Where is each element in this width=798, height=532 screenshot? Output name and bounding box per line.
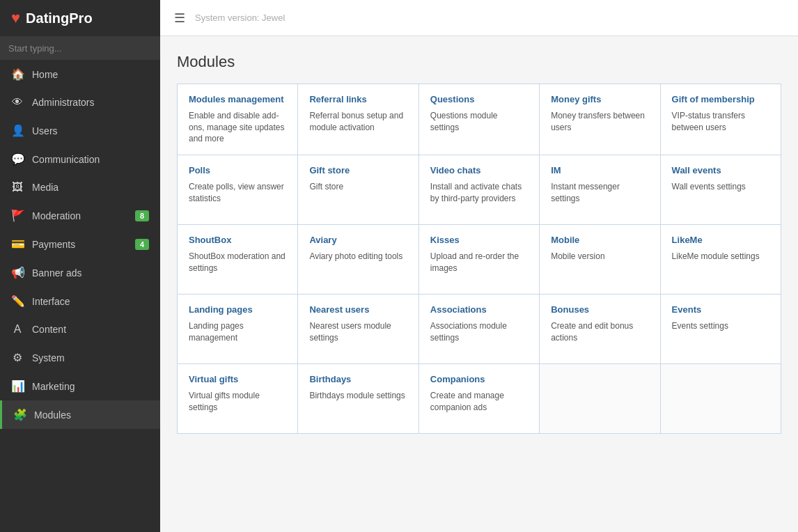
topbar: ☰ System version: Jewel — [160, 0, 798, 36]
sidebar-nav: 🏠Home👁Administrators👤Users💬Communication… — [0, 60, 160, 532]
module-card-events[interactable]: EventsEvents settings — [661, 295, 781, 364]
module-desc-shoutbox: ShoutBox moderation and settings — [189, 251, 286, 274]
sidebar-label-banner-ads: Banner ads — [32, 267, 82, 279]
module-name-referral-links: Referral links — [309, 94, 407, 106]
sidebar-item-users[interactable]: 👤Users — [0, 116, 160, 145]
module-card-likeme[interactable]: LikeMeLikeMe module settings — [661, 225, 781, 295]
module-card-companions[interactable]: CompanionsCreate and manage companion ad… — [419, 364, 540, 434]
module-name-im: IM — [551, 165, 648, 177]
module-card-im[interactable]: IMInstant messenger settings — [540, 155, 660, 225]
moderation-icon: 🚩 — [11, 209, 24, 222]
sidebar-label-system: System — [32, 352, 65, 363]
sidebar-label-home: Home — [32, 69, 58, 80]
modules-icon: 🧩 — [13, 408, 26, 421]
module-name-virtual-gifts: Virtual gifts — [189, 374, 286, 386]
module-name-mobile: Mobile — [551, 235, 648, 247]
badge-moderation: 8 — [135, 210, 149, 221]
module-card-associations[interactable]: AssociationsAssociations module settings — [419, 295, 540, 364]
module-name-video-chats: Video chats — [430, 165, 528, 177]
module-name-events: Events — [672, 304, 769, 316]
banner-ads-icon: 📢 — [11, 266, 24, 279]
module-card-wall-events[interactable]: Wall eventsWall events settings — [661, 155, 781, 225]
sidebar-item-home[interactable]: 🏠Home — [0, 60, 160, 88]
module-name-kisses: Kisses — [430, 235, 528, 247]
module-name-wall-events: Wall events — [672, 165, 769, 177]
module-card-modules-management[interactable]: Modules managementEnable and disable add… — [178, 84, 298, 155]
sidebar-label-users: Users — [32, 125, 58, 136]
module-desc-wall-events: Wall events settings — [672, 181, 769, 193]
module-card-kisses[interactable]: KissesUpload and re-order the images — [419, 225, 540, 295]
module-card-mobile[interactable]: MobileMobile version — [540, 225, 660, 295]
sidebar-item-media[interactable]: 🖼Media — [0, 173, 160, 201]
module-desc-kisses: Upload and re-order the images — [430, 251, 528, 274]
module-card-video-chats[interactable]: Video chatsInstall and activate chats by… — [419, 155, 540, 225]
content-area: Modules Modules managementEnable and dis… — [160, 36, 798, 532]
sidebar-label-content: Content — [32, 324, 66, 335]
users-icon: 👤 — [11, 124, 24, 137]
search-bar[interactable] — [0, 36, 160, 60]
module-desc-virtual-gifts: Virtual gifts module settings — [189, 390, 286, 414]
home-icon: 🏠 — [11, 68, 24, 81]
module-card-shoutbox[interactable]: ShoutBoxShoutBox moderation and settings — [178, 225, 298, 295]
module-name-polls: Polls — [189, 165, 286, 177]
sidebar: ♥ DatingPro 🏠Home👁Administrators👤Users💬C… — [0, 0, 160, 532]
module-desc-aviary: Aviary photo editing tools — [309, 251, 407, 263]
sidebar-item-marketing[interactable]: 📊Marketing — [0, 372, 160, 400]
module-card-gift-of-membership[interactable]: Gift of membershipVIP-status transfers b… — [661, 84, 781, 155]
module-name-gift-of-membership: Gift of membership — [672, 94, 769, 106]
sidebar-item-administrators[interactable]: 👁Administrators — [0, 88, 160, 116]
module-desc-im: Instant messenger settings — [551, 181, 648, 205]
hamburger-icon[interactable]: ☰ — [174, 10, 185, 26]
module-card-money-gifts[interactable]: Money giftsMoney transfers between users — [540, 84, 660, 155]
logo-text: DatingPro — [26, 10, 93, 26]
module-card-bonuses[interactable]: BonusesCreate and edit bonus actions — [540, 295, 660, 364]
sidebar-item-payments[interactable]: 💳Payments4 — [0, 230, 160, 258]
sidebar-item-communication[interactable]: 💬Communication — [0, 145, 160, 173]
logo: ♥ DatingPro — [0, 0, 160, 36]
sidebar-item-modules[interactable]: 🧩Modules — [0, 400, 160, 429]
module-card-gift-store[interactable]: Gift storeGift store — [298, 155, 418, 225]
system-icon: ⚙ — [11, 351, 24, 364]
module-desc-associations: Associations module settings — [430, 320, 528, 344]
module-card-birthdays[interactable]: BirthdaysBirthdays module settings — [298, 364, 418, 434]
sidebar-item-banner-ads[interactable]: 📢Banner ads — [0, 258, 160, 287]
sidebar-label-media: Media — [32, 182, 58, 193]
module-card-virtual-gifts[interactable]: Virtual giftsVirtual gifts module settin… — [178, 364, 298, 434]
module-desc-landing-pages: Landing pages management — [189, 320, 286, 344]
payments-icon: 💳 — [11, 237, 24, 251]
sidebar-item-content[interactable]: AContent — [0, 315, 160, 343]
module-card-polls[interactable]: PollsCreate polls, view answer statistic… — [178, 155, 298, 225]
module-name-shoutbox: ShoutBox — [189, 235, 286, 247]
module-name-associations: Associations — [430, 304, 528, 316]
page-title: Modules — [177, 53, 781, 71]
module-card-referral-links[interactable]: Referral linksReferral bonus setup and m… — [298, 84, 418, 155]
module-card-landing-pages[interactable]: Landing pagesLanding pages management — [178, 295, 298, 364]
module-card-empty — [540, 364, 660, 434]
module-card-aviary[interactable]: AviaryAviary photo editing tools — [298, 225, 418, 295]
sidebar-label-communication: Communication — [32, 154, 100, 165]
sidebar-label-payments: Payments — [32, 239, 75, 250]
module-name-birthdays: Birthdays — [309, 374, 407, 386]
module-desc-gift-store: Gift store — [309, 181, 407, 193]
module-card-questions[interactable]: QuestionsQuestions module settings — [419, 84, 540, 155]
module-desc-gift-of-membership: VIP-status transfers between users — [672, 110, 769, 134]
module-desc-money-gifts: Money transfers between users — [551, 110, 648, 134]
administrators-icon: 👁 — [11, 96, 24, 109]
module-name-money-gifts: Money gifts — [551, 94, 648, 106]
module-name-questions: Questions — [430, 94, 528, 106]
module-desc-mobile: Mobile version — [551, 251, 648, 263]
module-desc-video-chats: Install and activate chats by third-part… — [430, 181, 528, 205]
sidebar-item-system[interactable]: ⚙System — [0, 343, 160, 372]
sidebar-label-interface: Interface — [32, 296, 70, 307]
search-input[interactable] — [8, 43, 152, 54]
sidebar-item-interface[interactable]: ✏️Interface — [0, 287, 160, 315]
module-desc-nearest-users: Nearest users module settings — [309, 320, 407, 344]
module-card-nearest-users[interactable]: Nearest usersNearest users module settin… — [298, 295, 418, 364]
module-name-landing-pages: Landing pages — [189, 304, 286, 316]
module-desc-bonuses: Create and edit bonus actions — [551, 320, 648, 344]
communication-icon: 💬 — [11, 152, 24, 166]
sidebar-item-moderation[interactable]: 🚩Moderation8 — [0, 201, 160, 230]
system-version-label: System version: Jewel — [195, 13, 285, 23]
sidebar-label-administrators: Administrators — [32, 97, 94, 108]
module-desc-referral-links: Referral bonus setup and module activati… — [309, 110, 407, 134]
